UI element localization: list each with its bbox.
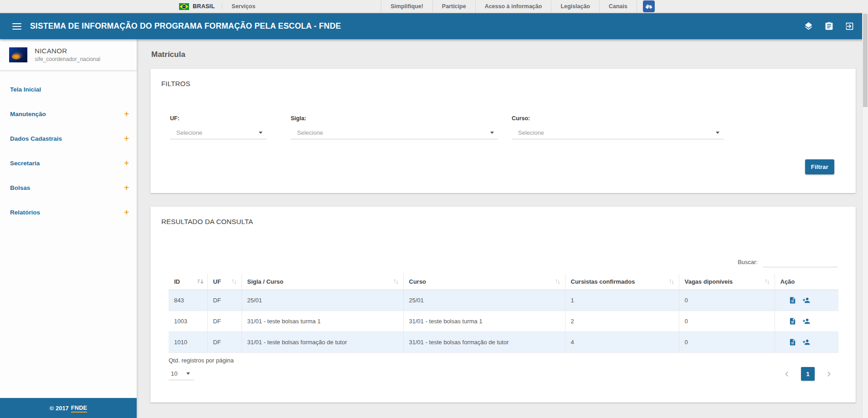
cell-sigla: 25/01 [241,290,403,311]
column-header-id[interactable]: ID [169,274,207,290]
cell-id: 1010 [169,332,207,353]
main-content: Matrícula FILTROS UF: Selecione Sigla: S… [137,39,868,418]
sidebar-item-tela-inicial[interactable]: Tela Inicial [0,77,137,102]
gov-link-participe[interactable]: Participe [432,0,475,13]
document-icon[interactable] [789,338,796,346]
sort-icon[interactable] [764,278,771,285]
person-add-icon[interactable] [802,317,810,325]
gov-link-canais[interactable]: Canais [599,0,637,13]
table-row: 1003 DF 31/01 - teste bolsas turma 1 31/… [169,311,838,332]
sidebar-item-dados-cadastrais[interactable]: Dados Cadastrais + [0,126,137,151]
cell-sigla: 31/01 - teste bolsas formação de tutor [241,332,403,353]
vlibras-accessibility-icon[interactable] [643,0,655,13]
column-header-acao: Ação [775,274,838,290]
table-row: 1010 DF 31/01 - teste bolsas formação de… [169,332,838,353]
caret-down-icon [259,132,262,134]
sidebar-footer: © 2017 FNDE [0,398,137,418]
column-header-cursistas[interactable]: Cursistas confirmados [565,274,679,290]
person-add-icon[interactable] [802,296,810,304]
filtrar-button[interactable]: Filtrar [805,159,834,174]
sort-icon[interactable] [231,278,238,285]
scrollbar-thumb[interactable] [863,14,868,107]
sidebar-item-relatorios[interactable]: Relatórios + [0,200,137,224]
cell-vagas: 0 [679,311,775,332]
cell-curso: 25/01 [403,290,565,311]
cell-vagas: 0 [679,290,775,311]
column-header-vagas[interactable]: Vagas diponíveis [679,274,775,290]
expand-plus-icon[interactable]: + [124,208,129,216]
scrollbar[interactable] [862,13,868,418]
cell-vagas: 0 [679,332,775,353]
sidebar: NICANOR sife_coordenador_nacional Tela I… [0,39,137,418]
per-page-label: Qtd. registros por página [169,357,234,364]
gov-link-servicos[interactable]: Serviços [222,3,264,10]
cell-sigla: 31/01 - teste bolsas turma 1 [241,311,403,332]
app-header: SISTEMA DE INFORMAÇÃO DO PROGRAMA FORMAÇ… [0,13,868,39]
document-icon[interactable] [789,296,796,304]
cell-uf: DF [207,290,241,311]
expand-plus-icon[interactable]: + [124,184,129,192]
results-title: RESULTADO DA CONSULTA [150,207,856,225]
column-header-sigla-curso[interactable]: Sigla / Curso [241,274,403,290]
sidebar-menu: Tela Inicial Manutenção + Dados Cadastra… [0,71,137,224]
document-icon[interactable] [789,317,796,325]
prev-page-button[interactable] [783,370,791,378]
sort-desc-icon[interactable] [197,278,204,285]
caret-down-icon [716,132,719,134]
per-page-control: Qtd. registros por página 10 [169,357,234,380]
sidebar-item-secretaria[interactable]: Secretaria + [0,151,137,175]
sidebar-item-manutencao[interactable]: Manutenção + [0,102,137,126]
cell-cursistas: 2 [565,311,679,332]
search-label: Buscar: [738,259,758,265]
logout-icon[interactable] [845,21,854,31]
cell-cursistas: 1 [565,290,679,311]
table-header-row: ID UF Sigla / Curso Curso Cursistas conf… [169,274,838,290]
sigla-label: Sigla: [291,115,498,122]
expand-plus-icon[interactable]: + [124,134,129,143]
curso-select[interactable]: Selecione [512,127,724,139]
menu-icon[interactable] [12,23,21,30]
cell-curso: 31/01 - teste bolsas turma 1 [403,311,565,332]
cell-id: 1003 [169,311,207,332]
avatar [9,47,27,62]
sigla-select[interactable]: Selecione [291,127,498,139]
cell-acao [775,332,838,353]
user-role: sife_coordenador_nacional [35,56,100,62]
gov-link-legislacao[interactable]: Legislação [551,0,599,13]
column-header-curso[interactable]: Curso [403,274,565,290]
filter-field-curso: Curso: Selecione [512,115,724,139]
results-table: ID UF Sigla / Curso Curso Cursistas conf… [169,274,838,353]
column-header-uf[interactable]: UF [207,274,241,290]
cell-uf: DF [207,311,241,332]
current-page-button[interactable]: 1 [801,367,815,381]
user-card: NICANOR sife_coordenador_nacional [0,39,137,71]
filter-field-uf: UF: Selecione [170,115,267,139]
expand-plus-icon[interactable]: + [124,110,129,118]
filters-card: FILTROS UF: Selecione Sigla: Selecione [150,69,856,193]
filter-field-sigla: Sigla: Selecione [291,115,498,139]
caret-down-icon [186,372,190,375]
sort-icon[interactable] [555,278,561,285]
user-name: NICANOR [35,47,100,55]
gov-link-simplifique[interactable]: Simplifique! [381,0,432,13]
cell-id: 843 [169,290,207,311]
person-add-icon[interactable] [802,338,810,346]
app-title: SISTEMA DE INFORMAÇÃO DO PROGRAMA FORMAÇ… [30,21,341,31]
gov-link-acesso-informacao[interactable]: Acesso à informação [475,0,551,13]
caret-down-icon [490,132,494,134]
sort-icon[interactable] [393,278,400,285]
uf-select[interactable]: Selecione [170,127,267,139]
cell-acao [775,290,838,311]
sort-icon[interactable] [668,278,675,285]
search-input[interactable] [763,257,837,267]
filters-title: FILTROS [150,69,856,87]
per-page-select[interactable]: 10 [169,367,194,380]
clipboard-icon[interactable] [824,21,834,31]
fnde-link[interactable]: FNDE [71,404,87,413]
layers-icon[interactable] [804,21,813,31]
next-page-button[interactable] [825,370,833,378]
sidebar-item-bolsas[interactable]: Bolsas + [0,175,137,200]
cell-curso: 31/01 - teste bolsas formação de tutor [403,332,565,353]
expand-plus-icon[interactable]: + [124,159,129,167]
page-title: Matrícula [151,50,868,59]
